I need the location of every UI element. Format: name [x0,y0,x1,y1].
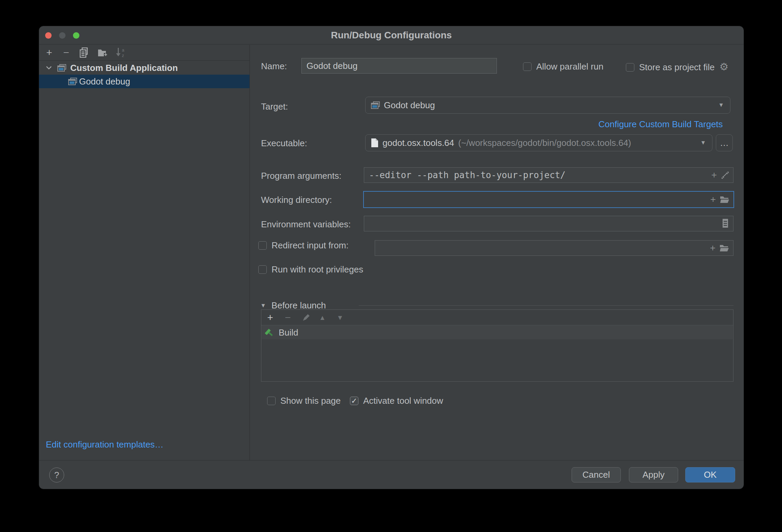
activate-tool-window-label: Activate tool window [363,396,443,406]
help-button[interactable]: ? [49,468,64,482]
dialog-title: Run/Debug Configurations [39,26,744,44]
allow-parallel-run-label: Allow parallel run [536,61,603,72]
collapse-section-icon[interactable]: ▼ [260,302,266,309]
redirect-input-checkbox[interactable]: Redirect input from: [258,240,349,251]
edit-task-icon[interactable] [299,310,313,325]
copy-configuration-icon[interactable] [77,45,92,60]
show-this-page-label: Show this page [280,396,341,406]
root-privileges-label: Run with root privileges [272,264,363,275]
executable-dropdown[interactable]: godot.osx.tools.64 (~/workspaces/godot/b… [365,134,712,151]
environment-variables-input[interactable] [364,216,733,231]
activate-tool-window-checkbox[interactable]: ✓ Activate tool window [350,396,443,406]
run-debug-configurations-dialog: Run/Debug Configurations + − [39,26,744,489]
add-task-icon[interactable]: + [263,310,277,325]
expand-field-icon[interactable] [721,171,729,179]
checkbox-box[interactable] [267,397,276,405]
cancel-button[interactable]: Cancel [572,467,621,482]
target-label: Target: [261,101,288,112]
chevron-down-icon[interactable] [45,65,53,70]
name-label: Name: [261,61,287,72]
name-input[interactable] [302,58,497,73]
executable-path: (~/workspaces/godot/bin/godot.osx.tools.… [458,138,631,148]
check-icon: ✓ [351,397,357,405]
browse-executable-button[interactable]: … [716,134,733,151]
tree-item-label: Godot debug [79,76,130,87]
working-directory-input[interactable] [364,192,733,207]
new-folder-icon[interactable] [95,45,110,60]
checkbox-box[interactable] [626,63,634,72]
tree-item-godot-debug[interactable]: Godot debug [39,75,249,88]
sort-configurations-icon[interactable]: a z [114,45,129,60]
add-configuration-icon[interactable]: + [42,45,57,60]
application-icon [371,101,380,109]
browse-folder-icon[interactable] [720,195,729,204]
redirect-input-label: Redirect input from: [272,240,349,251]
configurations-toolbar: + − [39,45,249,61]
sidebar-divider [249,45,250,460]
checkbox-box[interactable]: ✓ [350,397,358,405]
chevron-down-icon: ▼ [700,139,706,146]
working-directory-label: Working directory: [261,195,332,205]
file-icon [371,138,378,148]
before-launch-panel: + − ▲ ▼ [261,309,733,382]
target-dropdown[interactable]: Godot debug ▼ [365,97,730,114]
redirect-input-field[interactable]: + [375,240,733,256]
executable-value: godot.osx.tools.64 [383,138,454,148]
tree-group-custom-build-application[interactable]: Custom Build Application [39,61,249,75]
task-label: Build [279,327,298,338]
store-as-project-file-checkbox[interactable]: Store as project file ⚙ [626,61,728,73]
working-directory-field[interactable]: + [363,191,734,208]
section-rule [359,305,733,306]
browse-folder-icon[interactable] [720,244,729,252]
program-arguments-value: --editor --path path-to-your-project/ [369,170,565,180]
ok-button[interactable]: OK [685,467,735,482]
before-launch-task-build[interactable]: Build [262,326,733,339]
application-icon [68,78,77,86]
chevron-down-icon: ▼ [718,102,724,109]
svg-text:z: z [122,53,124,58]
add-macro-icon[interactable]: + [710,243,715,253]
apply-button[interactable]: Apply [629,467,678,482]
environment-variables-field[interactable] [364,216,733,231]
application-icon [57,64,66,72]
remove-task-icon[interactable]: − [281,310,295,325]
store-as-project-file-label: Store as project file [639,62,715,73]
redirect-input-input[interactable] [375,241,733,255]
move-task-up-icon[interactable]: ▲ [316,310,329,325]
checkbox-box[interactable] [258,241,267,250]
name-field-wrap [301,58,497,74]
allow-parallel-run-checkbox[interactable]: Allow parallel run [523,61,603,72]
root-privileges-checkbox[interactable]: Run with root privileges [258,264,363,275]
add-macro-icon[interactable]: + [711,170,717,180]
title-bar[interactable]: Run/Debug Configurations [39,26,744,44]
hammer-icon [264,327,275,338]
executable-label: Executable: [261,138,307,149]
browse-variables-icon[interactable] [722,218,729,229]
checkbox-box[interactable] [523,62,532,71]
show-this-page-checkbox[interactable]: Show this page [267,396,341,406]
desktop-background: Run/Debug Configurations + − [0,0,782,532]
target-value: Godot debug [384,100,435,111]
tree-group-label: Custom Build Application [70,63,178,73]
configure-custom-build-targets-link[interactable]: Configure Custom Build Targets [598,119,723,130]
program-arguments-label: Program arguments: [261,171,341,181]
move-task-down-icon[interactable]: ▼ [333,310,347,325]
program-arguments-field[interactable]: --editor --path path-to-your-project/ + [364,167,733,183]
before-launch-toolbar: + − ▲ ▼ [261,310,733,325]
checkbox-box[interactable] [258,265,267,274]
edit-configuration-templates-link[interactable]: Edit configuration templates… [46,439,164,450]
remove-configuration-icon[interactable]: − [59,45,74,60]
gear-icon[interactable]: ⚙ [720,61,729,73]
add-macro-icon[interactable]: + [710,194,716,205]
svg-text:a: a [122,48,125,53]
environment-variables-label: Environment variables: [261,219,351,230]
footer-divider [39,460,744,460]
